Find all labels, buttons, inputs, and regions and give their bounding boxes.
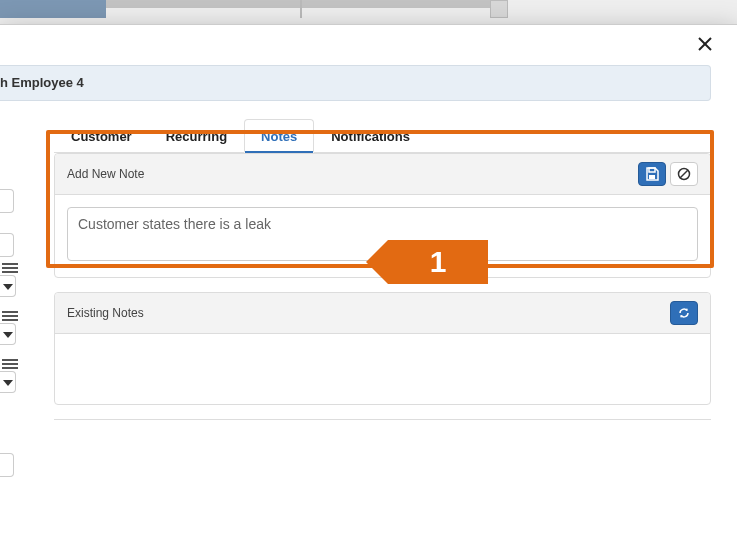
tab-content-notes: Add New Note bbox=[54, 153, 711, 538]
refresh-notes-button[interactable] bbox=[670, 301, 698, 325]
add-note-title: Add New Note bbox=[67, 167, 144, 181]
existing-notes-panel: Existing Notes bbox=[54, 292, 711, 405]
chevron-down-icon bbox=[3, 332, 13, 338]
modal-header: h Employee 4 bbox=[0, 65, 711, 101]
existing-notes-title: Existing Notes bbox=[67, 306, 144, 320]
frag-dropdown[interactable] bbox=[0, 323, 16, 345]
add-note-panel: Add New Note bbox=[54, 153, 711, 278]
content-separator bbox=[54, 419, 711, 420]
modal-dialog: h Employee 4 Customer Recurring Notes No… bbox=[0, 24, 737, 538]
bg-divider bbox=[300, 0, 302, 18]
frag-box bbox=[0, 453, 14, 477]
svg-rect-2 bbox=[649, 168, 655, 172]
note-textarea[interactable] bbox=[67, 207, 698, 261]
bg-selected-segment bbox=[0, 0, 106, 18]
frag-dropdown[interactable] bbox=[0, 371, 16, 393]
tab-notifications[interactable]: Notifications bbox=[314, 119, 427, 153]
cancel-icon bbox=[677, 167, 691, 181]
refresh-icon bbox=[677, 306, 691, 320]
existing-notes-body bbox=[55, 334, 710, 404]
frag-box bbox=[0, 233, 14, 257]
tab-notes[interactable]: Notes bbox=[244, 119, 314, 153]
left-sidebar-fragments bbox=[0, 153, 20, 538]
tab-bar: Customer Recurring Notes Notifications bbox=[54, 119, 711, 153]
close-button[interactable] bbox=[695, 35, 715, 55]
cancel-note-button[interactable] bbox=[670, 162, 698, 186]
svg-rect-3 bbox=[649, 175, 655, 179]
frag-box bbox=[0, 189, 14, 213]
frag-dropdown[interactable] bbox=[0, 275, 16, 297]
add-note-header: Add New Note bbox=[55, 154, 710, 195]
modal-title: h Employee 4 bbox=[0, 75, 84, 90]
tab-customer[interactable]: Customer bbox=[54, 119, 149, 153]
chevron-down-icon bbox=[3, 284, 13, 290]
bg-greybox bbox=[490, 0, 508, 18]
chevron-down-icon bbox=[3, 380, 13, 386]
background-app bbox=[0, 0, 737, 24]
svg-line-5 bbox=[680, 170, 688, 178]
tab-recurring[interactable]: Recurring bbox=[149, 119, 244, 153]
existing-notes-header: Existing Notes bbox=[55, 293, 710, 334]
save-note-button[interactable] bbox=[638, 162, 666, 186]
close-icon bbox=[698, 37, 712, 51]
save-icon bbox=[645, 167, 659, 181]
